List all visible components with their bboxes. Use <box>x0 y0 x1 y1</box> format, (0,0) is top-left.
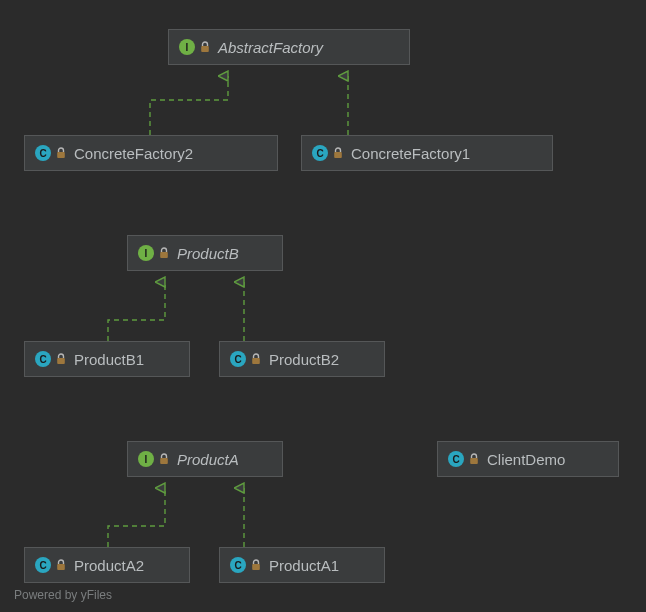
lock-icon <box>331 146 345 160</box>
lock-icon <box>249 352 263 366</box>
class-icon: C <box>35 351 51 367</box>
edge-pa2-to-pa <box>108 488 165 547</box>
node-product-a1[interactable]: C ProductA1 <box>219 547 385 583</box>
svg-rect-1 <box>57 152 65 158</box>
node-label: ProductA1 <box>269 557 339 574</box>
node-label: ProductB <box>177 245 239 262</box>
lock-icon <box>157 246 171 260</box>
edge-cf2-to-af <box>150 76 228 135</box>
lock-icon <box>54 352 68 366</box>
node-concrete-factory-2[interactable]: C ConcreteFactory2 <box>24 135 278 171</box>
node-label: ProductA <box>177 451 239 468</box>
svg-rect-8 <box>57 564 65 570</box>
node-product-b1[interactable]: C ProductB1 <box>24 341 190 377</box>
svg-rect-7 <box>470 458 478 464</box>
interface-icon: I <box>138 451 154 467</box>
svg-rect-6 <box>160 458 168 464</box>
node-product-a2[interactable]: C ProductA2 <box>24 547 190 583</box>
class-icon: C <box>35 557 51 573</box>
footer-credit: Powered by yFiles <box>14 588 112 602</box>
svg-rect-2 <box>334 152 342 158</box>
class-icon: C <box>312 145 328 161</box>
lock-icon <box>467 452 481 466</box>
node-product-b2[interactable]: C ProductB2 <box>219 341 385 377</box>
svg-rect-4 <box>57 358 65 364</box>
lock-icon <box>157 452 171 466</box>
svg-rect-3 <box>160 252 168 258</box>
node-label: ProductB2 <box>269 351 339 368</box>
node-abstract-factory[interactable]: I AbstractFactory <box>168 29 410 65</box>
diagram-edges <box>0 0 646 612</box>
node-label: AbstractFactory <box>218 39 323 56</box>
node-concrete-factory-1[interactable]: C ConcreteFactory1 <box>301 135 553 171</box>
node-product-b[interactable]: I ProductB <box>127 235 283 271</box>
edge-pb1-to-pb <box>108 282 165 341</box>
class-icon: C <box>230 557 246 573</box>
class-icon: C <box>230 351 246 367</box>
lock-icon <box>249 558 263 572</box>
svg-rect-0 <box>201 46 209 52</box>
node-label: ConcreteFactory2 <box>74 145 193 162</box>
lock-icon <box>198 40 212 54</box>
node-client-demo[interactable]: C ClientDemo <box>437 441 619 477</box>
lock-icon <box>54 558 68 572</box>
interface-icon: I <box>138 245 154 261</box>
class-icon: C <box>448 451 464 467</box>
node-label: ClientDemo <box>487 451 565 468</box>
node-label: ProductB1 <box>74 351 144 368</box>
interface-icon: I <box>179 39 195 55</box>
uml-diagram-canvas: I AbstractFactory C ConcreteFactory2 C C… <box>0 0 646 612</box>
svg-rect-5 <box>252 358 260 364</box>
lock-icon <box>54 146 68 160</box>
class-icon: C <box>35 145 51 161</box>
svg-rect-9 <box>252 564 260 570</box>
node-label: ProductA2 <box>74 557 144 574</box>
node-product-a[interactable]: I ProductA <box>127 441 283 477</box>
node-label: ConcreteFactory1 <box>351 145 470 162</box>
